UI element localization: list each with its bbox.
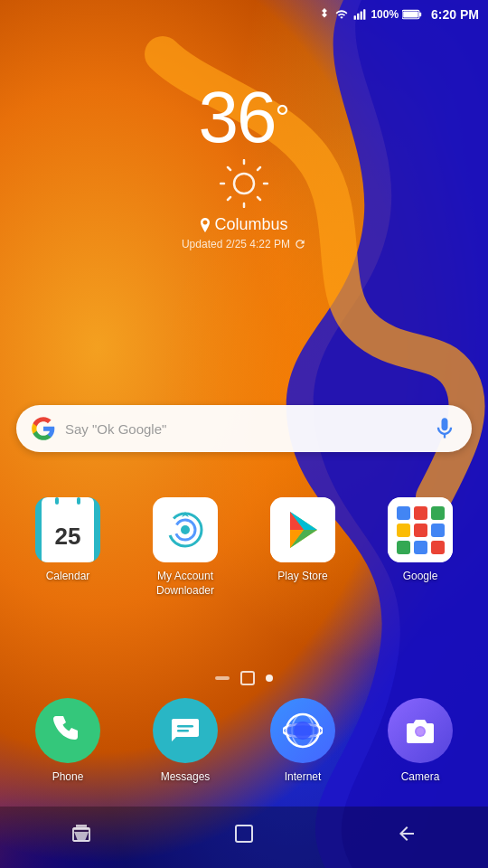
app-item-myaccount[interactable]: My AccountDownloader: [127, 488, 244, 607]
back-icon: [396, 823, 418, 844]
playstore-icon: [270, 497, 335, 562]
svg-rect-5: [419, 13, 421, 17]
playstore-icon-svg: [270, 497, 335, 562]
mic-icon[interactable]: [432, 416, 457, 441]
svg-rect-28: [397, 541, 410, 554]
nav-home-button[interactable]: [221, 816, 267, 852]
dock-item-phone[interactable]: Phone: [9, 689, 127, 794]
camera-icon: [388, 698, 453, 763]
weather-updated: Updated 2/25 4:22 PM: [182, 238, 306, 250]
svg-point-37: [294, 722, 312, 740]
app-grid: 25 Calendar My AccountDownloader: [0, 488, 488, 607]
weather-temp-container: 36 °: [199, 81, 290, 154]
calendar-icon: 25: [35, 497, 100, 562]
battery-percentage: 100%: [371, 8, 399, 21]
calendar-day: 25: [42, 512, 94, 562]
svg-point-19: [181, 525, 190, 534]
sun-icon: [220, 159, 268, 208]
internet-icon-svg: [283, 711, 323, 750]
dock: Phone Messages: [0, 680, 488, 803]
camera-label: Camera: [401, 770, 440, 785]
internet-label: Internet: [285, 770, 322, 785]
app-item-google[interactable]: Google: [361, 488, 479, 607]
dock-item-messages[interactable]: Messages: [127, 689, 244, 794]
svg-rect-32: [177, 730, 189, 732]
svg-rect-26: [414, 524, 427, 537]
svg-rect-25: [397, 524, 410, 537]
svg-rect-42: [236, 826, 252, 842]
refresh-icon: [294, 238, 306, 250]
svg-rect-22: [397, 506, 410, 520]
myaccount-icon-svg: [158, 503, 212, 557]
status-bar: 100% 6:20 PM: [0, 0, 488, 29]
signal-icon: [352, 8, 367, 21]
messages-icon: [153, 698, 218, 763]
svg-rect-27: [431, 524, 445, 537]
svg-rect-41: [76, 826, 87, 828]
location-pin-icon: [200, 218, 211, 232]
home-icon: [233, 823, 255, 844]
weather-unit: °: [275, 98, 289, 138]
phone-label: Phone: [52, 770, 84, 785]
messages-icon-svg: [167, 712, 203, 749]
status-icons: 100% 6:20 PM: [318, 7, 479, 22]
google-label: Google: [403, 570, 438, 584]
wifi-icon: [334, 8, 349, 21]
svg-line-14: [258, 167, 260, 170]
status-time: 6:20 PM: [431, 7, 479, 22]
google-folder-icon-svg: [388, 497, 453, 562]
myaccount-icon: [153, 497, 218, 562]
phone-icon-svg: [50, 712, 86, 749]
weather-temperature: 36: [199, 81, 276, 154]
svg-rect-29: [414, 541, 427, 554]
google-folder-icon: [388, 497, 453, 562]
nav-bar: [0, 807, 488, 868]
nav-recents-button[interactable]: [59, 816, 104, 852]
internet-icon: [270, 698, 335, 763]
phone-icon: [35, 698, 100, 763]
nav-back-button[interactable]: [384, 816, 429, 852]
svg-rect-31: [177, 725, 193, 728]
weather-widget: 36 ° Columbus Updated 2/25 4:22 PM: [0, 81, 488, 250]
playstore-label: Play Store: [277, 570, 327, 584]
svg-point-7: [234, 174, 254, 193]
dock-item-internet[interactable]: Internet: [244, 689, 361, 794]
camera-icon-svg: [402, 712, 438, 749]
svg-line-12: [228, 167, 230, 170]
search-bar[interactable]: Say "Ok Google": [16, 405, 472, 452]
svg-line-13: [258, 197, 260, 200]
weather-updated-text: Updated 2/25 4:22 PM: [182, 238, 290, 250]
svg-rect-30: [431, 541, 445, 554]
weather-city: Columbus: [214, 215, 287, 234]
svg-rect-2: [361, 12, 362, 20]
page-indicator-dash: [215, 676, 230, 680]
search-placeholder[interactable]: Say "Ok Google": [65, 421, 423, 437]
messages-label: Messages: [161, 770, 211, 785]
app-item-calendar[interactable]: 25 Calendar: [9, 488, 127, 607]
svg-rect-1: [357, 14, 359, 20]
app-item-playstore[interactable]: Play Store: [244, 488, 361, 607]
myaccount-label: My AccountDownloader: [156, 570, 214, 598]
battery-icon: [402, 8, 422, 21]
calendar-label: Calendar: [46, 570, 90, 584]
svg-rect-24: [431, 506, 445, 520]
google-logo: [31, 416, 56, 441]
svg-rect-23: [414, 506, 427, 520]
svg-line-15: [228, 197, 230, 200]
weather-location: Columbus: [200, 215, 287, 234]
recents-icon: [70, 823, 92, 844]
dock-item-camera[interactable]: Camera: [361, 689, 479, 794]
svg-rect-0: [354, 15, 356, 20]
bluetooth-icon: [318, 8, 331, 21]
svg-point-39: [417, 728, 424, 735]
svg-rect-3: [363, 9, 365, 20]
svg-rect-6: [403, 11, 418, 17]
